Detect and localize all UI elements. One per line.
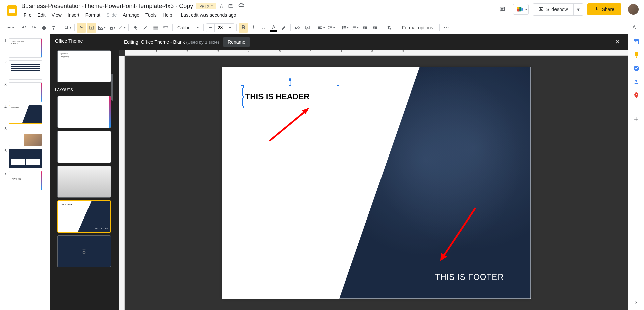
slide-thumb-7[interactable]: THANK YOU <box>9 171 42 190</box>
border-dash-button[interactable] <box>161 23 170 33</box>
user-avatar[interactable] <box>628 4 639 15</box>
cloud-status-icon[interactable] <box>238 3 244 9</box>
layout-thumb-1[interactable] <box>57 96 111 128</box>
collapse-toolbar-button[interactable]: ᐱ <box>629 23 639 33</box>
underline-button[interactable]: U <box>259 23 268 33</box>
layout-thumb-5[interactable]: ▸ <box>57 235 111 267</box>
resize-handle-ml[interactable] <box>241 96 244 98</box>
font-size-increase[interactable]: + <box>226 24 234 32</box>
side-rail: 31 + › <box>628 34 644 310</box>
calendar-icon[interactable]: 31 <box>633 38 640 45</box>
meet-button[interactable]: ▾ <box>513 4 529 15</box>
ruler-vertical[interactable] <box>119 56 125 310</box>
scrollbar-thumb[interactable] <box>111 74 113 101</box>
slideshow-dropdown[interactable]: ▾ <box>573 4 583 15</box>
zoom-button[interactable] <box>63 23 72 33</box>
comments-icon[interactable] <box>495 3 509 16</box>
menu-file[interactable]: File <box>21 11 34 19</box>
slide-filmstrip[interactable]: 1PRESENTATIONTEMPLATE 2 3 4THIS IS HEADE… <box>0 34 50 310</box>
slides-app-icon[interactable] <box>5 4 19 17</box>
textbox-tool[interactable] <box>87 23 96 33</box>
slide-thumb-5[interactable] <box>9 127 42 146</box>
resize-handle-tc[interactable] <box>289 85 291 88</box>
svg-rect-11 <box>110 27 112 29</box>
align-button[interactable] <box>316 23 326 33</box>
slide-thumb-4[interactable]: THIS IS HEADER <box>9 105 42 124</box>
bold-button[interactable]: B <box>239 23 248 33</box>
contacts-icon[interactable] <box>633 78 640 85</box>
collapse-rail-icon[interactable]: › <box>633 299 640 306</box>
shape-tool[interactable] <box>107 23 116 33</box>
maps-icon[interactable] <box>633 92 640 99</box>
layout-thumb-4-selected[interactable]: THIS IS HEADERTHIS IS FOOTER <box>57 200 111 233</box>
header-text[interactable]: THIS IS HEADER <box>243 87 338 106</box>
slide-thumb-1[interactable]: PRESENTATIONTEMPLATE <box>9 38 42 58</box>
menu-slide[interactable]: Slide <box>104 11 119 19</box>
layout-thumb-3[interactable] <box>57 166 111 198</box>
close-editor-button[interactable]: ✕ <box>612 37 623 47</box>
fill-color-button[interactable] <box>131 23 140 33</box>
border-color-button[interactable] <box>141 23 150 33</box>
slide-thumb-3[interactable] <box>9 82 42 102</box>
slide-canvas[interactable]: THIS IS HEADER THIS IS FOOTER <box>222 67 531 299</box>
resize-handle-br[interactable] <box>337 106 339 108</box>
star-icon[interactable]: ☆ <box>219 3 224 9</box>
clear-formatting-button[interactable] <box>384 23 394 33</box>
insert-comment-button[interactable] <box>303 23 312 33</box>
bullet-list-button[interactable] <box>340 23 350 33</box>
highlight-button[interactable] <box>279 23 288 33</box>
border-weight-button[interactable] <box>151 23 160 33</box>
print-button[interactable] <box>39 23 49 33</box>
header-textbox-selected[interactable]: THIS IS HEADER <box>242 87 338 107</box>
move-icon[interactable] <box>228 3 234 9</box>
numbered-list-button[interactable]: 123 <box>350 23 360 33</box>
resize-handle-tl[interactable] <box>241 85 244 88</box>
keep-icon[interactable] <box>633 52 640 58</box>
more-button[interactable]: ⋯ <box>442 23 451 33</box>
document-title[interactable]: Business-Presentation-Theme-PowerPoint-T… <box>21 3 193 10</box>
resize-handle-tr[interactable] <box>337 85 339 88</box>
master-layout-thumb[interactable]: • Second level • Third level • Fourth le… <box>57 50 111 82</box>
svg-point-13 <box>342 26 343 27</box>
select-tool[interactable] <box>77 23 86 33</box>
tasks-icon[interactable] <box>633 65 640 72</box>
font-size-decrease[interactable]: − <box>206 24 214 32</box>
layout-thumb-2[interactable] <box>57 131 111 163</box>
slideshow-button[interactable]: Slideshow ▾ <box>533 3 583 16</box>
image-tool[interactable] <box>97 23 106 33</box>
indent-increase-button[interactable] <box>370 23 380 33</box>
menu-edit[interactable]: Edit <box>35 11 48 19</box>
share-button[interactable]: Share <box>587 3 621 15</box>
theme-panel: Office Theme • Second level • Third leve… <box>50 34 119 310</box>
resize-handle-mr[interactable] <box>337 96 339 98</box>
menu-view[interactable]: View <box>49 11 64 19</box>
slide-thumb-6[interactable] <box>9 149 42 168</box>
add-addon-icon[interactable]: + <box>633 115 640 122</box>
last-edit-link[interactable]: Last edit was seconds ago <box>179 11 239 19</box>
rotate-handle[interactable] <box>289 78 291 81</box>
line-tool[interactable] <box>117 23 126 33</box>
rename-button[interactable]: Rename <box>223 37 250 47</box>
menu-help[interactable]: Help <box>160 11 175 19</box>
italic-button[interactable]: I <box>249 23 258 33</box>
ruler-horizontal[interactable]: 1 2 3 4 5 6 7 8 9 <box>125 50 628 56</box>
slide-thumb-2[interactable] <box>9 60 42 80</box>
indent-decrease-button[interactable] <box>360 23 370 33</box>
redo-button[interactable]: ↷ <box>29 23 39 33</box>
resize-handle-bl[interactable] <box>241 106 244 108</box>
new-slide-button[interactable]: ＋ <box>5 23 15 33</box>
font-select[interactable]: Calibri▾ <box>175 25 201 30</box>
insert-link-button[interactable] <box>293 23 302 33</box>
menu-insert[interactable]: Insert <box>65 11 82 19</box>
line-spacing-button[interactable] <box>327 23 336 33</box>
format-options-button[interactable]: Format options <box>398 25 437 30</box>
format-badge[interactable]: .PPTX ⚠ <box>196 3 216 9</box>
font-size-input[interactable] <box>214 24 226 32</box>
menu-tools[interactable]: Tools <box>143 11 159 19</box>
text-color-button[interactable]: A <box>269 23 278 33</box>
menu-arrange[interactable]: Arrange <box>120 11 142 19</box>
undo-button[interactable]: ↶ <box>19 23 28 33</box>
menu-format[interactable]: Format <box>83 11 103 19</box>
resize-handle-bc[interactable] <box>289 106 291 108</box>
paint-format-button[interactable] <box>49 23 59 33</box>
